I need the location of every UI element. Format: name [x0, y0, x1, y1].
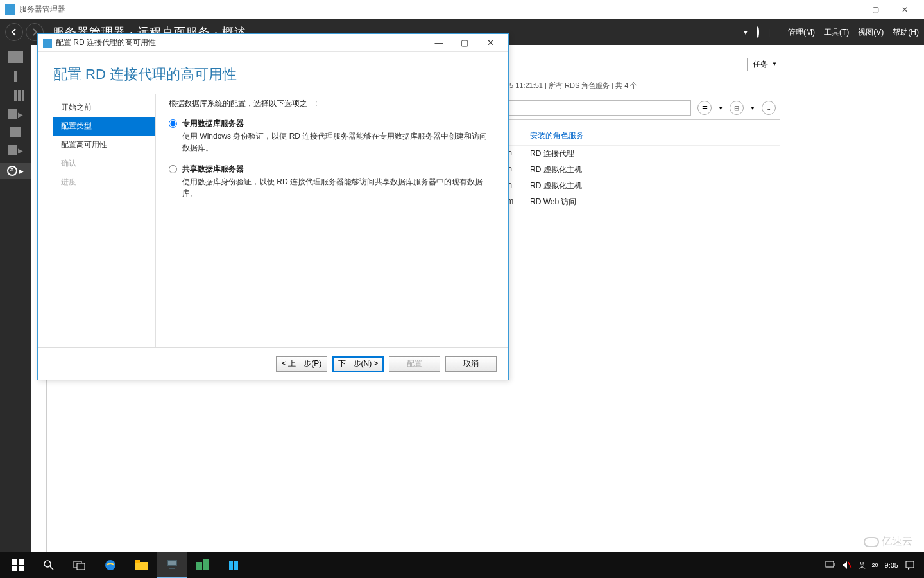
- notification-icon[interactable]: [905, 560, 915, 570]
- configure-ha-dialog: 配置 RD 连接代理的高可用性 — ▢ ✕ 配置 RD 连接代理的高可用性 开始…: [37, 33, 509, 380]
- tray-volume-icon[interactable]: [842, 561, 852, 570]
- dialog-heading: 配置 RD 连接代理的高可用性: [38, 52, 508, 94]
- filter-save-icon[interactable]: ⊟: [730, 101, 744, 115]
- sidebar: ▶ ▶ ▶: [0, 45, 31, 552]
- dialog-close-button[interactable]: ✕: [477, 34, 503, 52]
- svg-rect-18: [229, 561, 233, 570]
- step-confirm: 确认: [53, 154, 155, 173]
- svg-line-23: [848, 562, 851, 568]
- content-intro: 根据数据库系统的配置，选择以下选项之一:: [169, 98, 493, 109]
- close-button[interactable]: ✕: [890, 0, 919, 19]
- step-before[interactable]: 开始之前: [53, 98, 155, 117]
- sidebar-all-icon[interactable]: [14, 90, 17, 101]
- dialog-icon: [43, 39, 52, 48]
- taskbar-app-1[interactable]: [187, 552, 218, 578]
- svg-point-6: [44, 561, 51, 567]
- dialog-title: 配置 RD 连接代理的高可用性: [56, 37, 426, 48]
- svg-rect-16: [196, 562, 202, 570]
- opt2-label: 共享数据库服务器: [182, 164, 493, 175]
- window-title-bar: 服务器管理器 — ▢ ✕: [0, 0, 924, 19]
- nav-back-button[interactable]: [5, 23, 23, 41]
- option-dedicated[interactable]: 专用数据库服务器 使用 Windows 身份验证，以便 RD 连接代理服务器能够…: [169, 118, 493, 153]
- filter-options-icon[interactable]: ☰: [697, 101, 712, 115]
- menu-view[interactable]: 视图(V): [858, 27, 884, 38]
- sidebar-item-file[interactable]: ▶: [8, 109, 23, 119]
- svg-rect-9: [77, 563, 85, 570]
- option-shared[interactable]: 共享数据库服务器 使用数据库身份验证，以便 RD 连接代理服务器能够访问共享数据…: [169, 164, 493, 199]
- maximize-button[interactable]: ▢: [861, 0, 890, 19]
- svg-rect-24: [906, 561, 914, 568]
- explorer-icon[interactable]: [126, 552, 157, 578]
- taskbar-search-icon[interactable]: [33, 552, 64, 578]
- ime-year: 20: [872, 562, 878, 568]
- taskbar: 英 20 9:05: [0, 552, 924, 578]
- opt1-desc: 使用 Windows 身份验证，以便 RD 连接代理服务器能够在专用数据库服务器…: [182, 130, 493, 153]
- sidebar-dashboard-icon[interactable]: [8, 51, 23, 63]
- step-progress: 进度: [53, 173, 155, 191]
- minimize-button[interactable]: —: [832, 0, 861, 19]
- clock[interactable]: 9:05: [885, 561, 898, 569]
- cancel-button[interactable]: 取消: [445, 356, 497, 372]
- svg-rect-20: [826, 561, 834, 567]
- window-title: 服务器管理器: [19, 4, 832, 15]
- tray-network-icon[interactable]: [825, 561, 835, 570]
- tasks-dropdown[interactable]: 任务: [747, 58, 780, 71]
- opt2-desc: 使用数据库身份验证，以便 RD 连接代理服务器能够访问共享数据库服务器中的现有数…: [182, 176, 493, 199]
- svg-marker-22: [843, 561, 847, 569]
- watermark: 亿速云: [864, 535, 912, 548]
- refresh-icon[interactable]: [757, 28, 759, 37]
- sidebar-item-rds[interactable]: ▶: [8, 145, 23, 155]
- menu-manage[interactable]: 管理(M): [788, 27, 815, 38]
- sidebar-local-icon[interactable]: [14, 71, 17, 82]
- svg-rect-19: [234, 561, 238, 570]
- radio-dedicated[interactable]: [169, 119, 177, 128]
- cloud-icon: [864, 537, 879, 547]
- prev-button[interactable]: < 上一步(P): [276, 356, 327, 372]
- ie-icon[interactable]: [95, 552, 126, 578]
- next-button[interactable]: 下一步(N) >: [332, 356, 384, 372]
- start-button[interactable]: [3, 552, 33, 578]
- dialog-minimize-button[interactable]: —: [426, 34, 452, 52]
- svg-rect-14: [168, 561, 176, 565]
- step-type[interactable]: 配置类型: [53, 117, 155, 136]
- svg-line-7: [50, 566, 53, 570]
- menu-tools[interactable]: 工具(T): [824, 27, 849, 38]
- expand-chevron-icon[interactable]: ⌄: [762, 101, 776, 115]
- menu-help[interactable]: 帮助(H): [893, 27, 919, 38]
- sidebar-item-selected[interactable]: ▶: [0, 163, 31, 179]
- sidebar-item-iis[interactable]: [10, 127, 21, 137]
- app-icon: [5, 4, 15, 15]
- svg-rect-12: [135, 560, 140, 563]
- taskbar-app-2[interactable]: [218, 552, 249, 578]
- radio-shared[interactable]: [169, 165, 177, 173]
- svg-rect-5: [19, 566, 24, 571]
- configure-button: 配置: [389, 356, 440, 372]
- header-dropdown-icon[interactable]: ▾: [744, 28, 748, 37]
- col-role[interactable]: 安装的角色服务: [530, 130, 584, 141]
- wizard-steps: 开始之前 配置类型 配置高可用性 确认 进度: [53, 94, 156, 347]
- step-ha[interactable]: 配置高可用性: [53, 136, 155, 154]
- svg-rect-15: [169, 568, 175, 569]
- task-view-icon[interactable]: [64, 552, 95, 578]
- opt1-label: 专用数据库服务器: [182, 118, 493, 129]
- svg-rect-17: [203, 559, 209, 570]
- dialog-maximize-button[interactable]: ▢: [452, 34, 477, 52]
- svg-rect-4: [12, 566, 17, 571]
- svg-rect-2: [12, 559, 17, 565]
- svg-rect-3: [19, 559, 24, 565]
- server-manager-taskbar-icon[interactable]: [157, 552, 187, 578]
- ime-indicator[interactable]: 英: [859, 561, 866, 570]
